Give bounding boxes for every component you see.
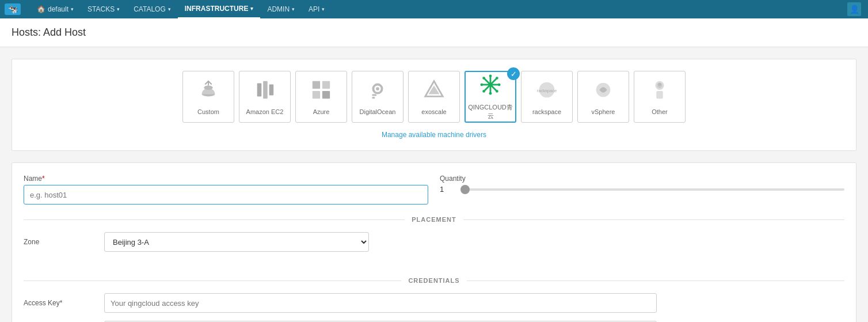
svg-rect-14: [372, 97, 375, 99]
credentials-divider: CREDENTIALS: [24, 277, 844, 284]
provider-section: Custom Amazon EC2: [12, 59, 856, 151]
name-quantity-row: Name* Quantity 1: [24, 175, 844, 204]
nav-default-caret: ▾: [71, 6, 74, 12]
manage-link-anchor[interactable]: Manage available machine drivers: [382, 131, 486, 139]
nav-default-label: default: [48, 5, 68, 13]
nav-api-label: API: [309, 5, 319, 13]
svg-point-25: [482, 77, 485, 79]
svg-point-22: [489, 92, 492, 94]
svg-rect-35: [656, 90, 663, 98]
digitalocean-label: DigitalOcean: [360, 108, 396, 115]
vsphere-icon: [592, 79, 614, 105]
nav-admin-label: ADMIN: [267, 5, 290, 13]
quantity-field-group: Quantity 1: [440, 175, 844, 194]
nav-items: STACKS ▾ CATALOG ▾ INFRASTRUCTURE ▾ ADMI…: [81, 0, 845, 18]
page-title-text: Add Host: [43, 26, 86, 38]
amazon-ec2-icon: [254, 79, 276, 105]
qingcloud-icon: [479, 74, 501, 100]
access-key-input[interactable]: [104, 293, 657, 313]
digitalocean-icon: [367, 79, 389, 105]
zone-label: Zone: [24, 238, 93, 246]
nav-catalog-caret: ▾: [168, 6, 171, 12]
svg-point-28: [482, 90, 485, 93]
zone-row: Zone Beijing 3-A Beijing 3-B Shanghai 1-…: [24, 232, 844, 252]
svg-rect-3: [257, 83, 262, 96]
navbar: 🐄 🏠 default ▾ STACKS ▾ CATALOG ▾ INFRAST…: [0, 0, 868, 18]
svg-point-27: [496, 77, 498, 79]
svg-point-36: [658, 82, 661, 86]
name-input[interactable]: [24, 185, 428, 204]
placement-section-label: PLACEMENT: [405, 216, 463, 223]
nav-infrastructure-label: INFRASTRUCTURE: [185, 5, 249, 13]
nav-catalog-label: CATALOG: [134, 5, 166, 13]
nav-avatar[interactable]: 👤: [847, 2, 861, 16]
svg-rect-9: [322, 90, 330, 98]
svg-point-12: [376, 87, 379, 90]
form-section: Name* Quantity 1 PLACEMENT Zone: [12, 162, 856, 322]
quantity-row: 1: [440, 185, 844, 194]
breadcrumb: Hosts:: [12, 26, 41, 38]
svg-rect-6: [313, 81, 320, 88]
quantity-slider[interactable]: [460, 188, 844, 191]
selected-check-badge: ✓: [507, 67, 520, 80]
navbar-brand[interactable]: 🐄: [5, 3, 21, 15]
svg-point-23: [480, 83, 483, 86]
svg-rect-7: [322, 81, 330, 88]
zone-select[interactable]: Beijing 3-A Beijing 3-B Shanghai 1-A: [104, 232, 369, 252]
svg-rect-13: [372, 94, 377, 96]
provider-card-azure[interactable]: Azure: [295, 71, 347, 123]
credentials-form: Access Key* Secret Key* Paste in your Qi…: [24, 293, 844, 322]
access-key-row: Access Key*: [24, 293, 844, 313]
svg-point-21: [489, 74, 492, 77]
nav-infrastructure-caret: ▾: [250, 6, 253, 12]
nav-item-api[interactable]: API ▾: [302, 0, 332, 18]
svg-point-24: [498, 83, 501, 86]
svg-rect-4: [263, 81, 268, 98]
quantity-value: 1: [440, 185, 451, 194]
credentials-section-label: CREDENTIALS: [401, 277, 466, 284]
provider-card-other[interactable]: Other: [634, 71, 686, 123]
rackspace-icon: rackspace: [536, 79, 558, 105]
other-icon: [649, 79, 671, 105]
nav-admin-caret: ▾: [292, 6, 295, 12]
exoscale-label: exoscale: [421, 108, 446, 115]
provider-card-custom[interactable]: Custom: [182, 71, 234, 123]
nav-item-stacks[interactable]: STACKS ▾: [81, 0, 127, 18]
nav-api-caret: ▾: [322, 6, 325, 12]
azure-label: Azure: [313, 108, 330, 115]
custom-label: Custom: [197, 108, 219, 115]
nav-right: 👤: [845, 0, 863, 18]
vsphere-label: vSphere: [592, 108, 615, 115]
svg-point-29: [488, 82, 493, 87]
quantity-slider-thumb: [460, 185, 470, 194]
quantity-label: Quantity: [440, 175, 844, 183]
provider-card-vsphere[interactable]: vSphere: [577, 71, 629, 123]
qingcloud-label: QINGCLOUD青云: [466, 103, 515, 120]
provider-card-amazon-ec2[interactable]: Amazon EC2: [239, 71, 291, 123]
placement-divider: PLACEMENT: [24, 216, 844, 223]
provider-card-rackspace[interactable]: rackspace rackspace: [521, 71, 573, 123]
nav-item-catalog[interactable]: CATALOG ▾: [127, 0, 178, 18]
svg-rect-5: [269, 84, 274, 95]
name-field-group: Name*: [24, 175, 428, 204]
manage-link[interactable]: Manage available machine drivers: [24, 131, 844, 139]
placement-form: Zone Beijing 3-A Beijing 3-B Shanghai 1-…: [24, 232, 844, 266]
nav-default-icon: 🏠: [37, 5, 45, 13]
custom-icon: [197, 79, 219, 105]
provider-card-qingcloud[interactable]: ✓: [465, 71, 516, 123]
nav-item-default[interactable]: 🏠 default ▾: [30, 0, 81, 18]
nav-item-admin[interactable]: ADMIN ▾: [260, 0, 302, 18]
nav-stacks-caret: ▾: [117, 6, 120, 12]
page-title: Hosts: Add Host: [12, 26, 856, 39]
provider-card-exoscale[interactable]: exoscale: [408, 71, 460, 123]
svg-rect-8: [313, 90, 320, 98]
other-label: Other: [652, 108, 668, 115]
name-label: Name*: [24, 175, 428, 183]
nav-stacks-label: STACKS: [87, 5, 115, 13]
svg-point-26: [496, 90, 498, 93]
azure-icon: [310, 79, 332, 105]
provider-cards: Custom Amazon EC2: [24, 71, 844, 123]
access-key-label: Access Key*: [24, 299, 93, 307]
nav-item-infrastructure[interactable]: INFRASTRUCTURE ▾: [178, 0, 261, 18]
provider-card-digitalocean[interactable]: DigitalOcean: [352, 71, 403, 123]
